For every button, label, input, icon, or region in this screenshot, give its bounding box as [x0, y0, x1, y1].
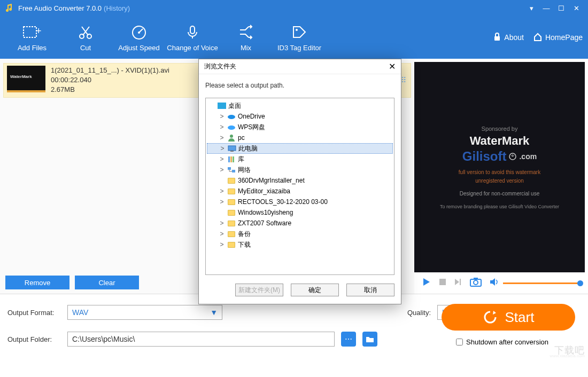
next-button[interactable]: [454, 278, 462, 288]
tree-node[interactable]: >此电脑: [207, 143, 393, 154]
maximize-button[interactable]: ☐: [554, 4, 569, 12]
svg-rect-18: [228, 146, 236, 151]
change-voice-button[interactable]: Change of Voice: [166, 23, 219, 52]
svg-point-16: [228, 125, 235, 130]
svg-rect-21: [230, 156, 232, 162]
tag-icon: [291, 23, 307, 41]
folder-tree[interactable]: 桌面>OneDrive>WPS网盘>pc>此电脑>库>网络360DrvMgrIn…: [205, 98, 394, 275]
svg-rect-23: [228, 167, 231, 170]
expand-icon[interactable]: >: [219, 198, 225, 206]
tree-node[interactable]: >下载: [207, 239, 393, 250]
expand-icon[interactable]: >: [219, 145, 226, 152]
output-format-label: Output Format:: [7, 309, 61, 317]
titlebar: Free Audio Converter 7.0.0 (History) ▾ —…: [0, 0, 588, 16]
expand-icon[interactable]: >: [219, 241, 225, 248]
tree-node[interactable]: >pc: [207, 132, 393, 143]
sponsored-label: Sponsored by: [482, 125, 518, 132]
stop-button[interactable]: [439, 278, 446, 288]
add-files-icon: +: [23, 23, 41, 41]
tree-node[interactable]: >ZXT2007 Software: [207, 218, 393, 229]
tree-node[interactable]: >RECTOOLS_30-12-2020 03-00: [207, 197, 393, 207]
folder-icon: [227, 209, 236, 216]
snapshot-button[interactable]: [470, 277, 482, 289]
expand-icon[interactable]: >: [219, 166, 225, 174]
expand-icon[interactable]: >: [219, 155, 225, 163]
svg-rect-14: [218, 103, 226, 109]
output-folder-label: Output Folder:: [7, 335, 61, 343]
tree-label: 网络: [238, 166, 251, 175]
tree-label: MyEditor_xiazaiba: [238, 187, 290, 195]
tree-node[interactable]: 桌面: [207, 100, 393, 111]
svg-rect-10: [439, 279, 446, 285]
svg-rect-24: [232, 170, 235, 172]
svg-point-7: [296, 29, 298, 31]
open-folder-button[interactable]: [362, 332, 377, 347]
tree-node[interactable]: >库: [207, 154, 393, 164]
tree-label: 备份: [238, 230, 251, 239]
history-link[interactable]: (History): [104, 4, 130, 12]
add-files-button[interactable]: + Add Files: [5, 23, 59, 52]
close-button[interactable]: ✕: [569, 4, 584, 12]
homepage-label: HomePage: [545, 33, 583, 42]
file-name: 1(2021_01_11_15_...) - XVID(1)(1).avi: [51, 66, 169, 75]
remove-branding-label: To remove branding please use Gilisoft V…: [440, 204, 559, 209]
clear-button[interactable]: Clear: [75, 276, 139, 289]
play-button[interactable]: [422, 277, 431, 289]
app-title: Free Audio Converter 7.0.0: [18, 4, 102, 12]
voice-label: Change of Voice: [167, 44, 218, 52]
minimize-button[interactable]: —: [539, 4, 554, 12]
scissors-icon: [78, 23, 94, 41]
volume-icon[interactable]: [489, 278, 499, 288]
svg-point-12: [474, 280, 478, 285]
tree-node[interactable]: 360DrvMgrInstaller_net: [207, 175, 393, 186]
expand-icon[interactable]: >: [219, 230, 225, 238]
tree-node[interactable]: >OneDrive: [207, 111, 393, 122]
ok-button[interactable]: 确定: [291, 284, 339, 296]
expand-icon[interactable]: >: [219, 219, 225, 227]
adjust-speed-button[interactable]: Adjust Speed: [112, 23, 166, 52]
svg-rect-20: [228, 156, 230, 162]
mix-button[interactable]: Mix: [219, 23, 273, 52]
add-files-label: Add Files: [18, 44, 47, 52]
remove-button[interactable]: Remove: [5, 276, 69, 289]
tree-node[interactable]: >WPS网盘: [207, 122, 393, 132]
output-folder-field[interactable]: C:\Users\pc\Music\: [67, 332, 335, 347]
lock-icon: [493, 33, 501, 43]
new-folder-button: 新建文件夹(M): [235, 284, 283, 296]
tree-label: RECTOOLS_30-12-2020 03-00: [238, 198, 328, 206]
tree-node[interactable]: >网络: [207, 164, 393, 175]
volume-slider[interactable]: [503, 282, 581, 284]
homepage-link[interactable]: HomePage: [533, 33, 583, 43]
tree-label: 桌面: [228, 101, 241, 111]
expand-icon[interactable]: >: [219, 123, 225, 131]
expand-icon[interactable]: >: [219, 134, 225, 142]
shutdown-label: Shutdown after conversion: [466, 338, 548, 346]
watermark-text: WaterMark: [470, 134, 530, 148]
cancel-button[interactable]: 取消: [346, 284, 394, 296]
dropdown-button[interactable]: ▾: [524, 4, 539, 12]
tree-label: 此电脑: [238, 144, 258, 153]
cut-button[interactable]: Cut: [59, 23, 112, 52]
cloud2-icon: [227, 123, 236, 131]
tree-node[interactable]: >备份: [207, 229, 393, 239]
mix-label: Mix: [241, 44, 251, 52]
tree-node[interactable]: Windows10yisheng: [207, 207, 393, 218]
expand-icon[interactable]: >: [219, 113, 225, 120]
shutdown-check[interactable]: [456, 339, 463, 345]
dialog-prompt: Please select a output path.: [199, 74, 401, 95]
file-thumbnail: WaterMark: [7, 66, 45, 92]
output-format-combo[interactable]: WAV▼: [67, 305, 222, 320]
id3-editor-button[interactable]: ID3 Tag Editor: [273, 23, 326, 52]
folder-icon: [227, 241, 236, 248]
tree-node[interactable]: >MyEditor_xiazaiba: [207, 186, 393, 197]
start-button[interactable]: Start: [442, 304, 575, 331]
dialog-close-button[interactable]: ✕: [389, 61, 396, 72]
about-link[interactable]: About: [493, 33, 524, 43]
expand-icon[interactable]: >: [219, 187, 225, 195]
folder-icon: [227, 177, 236, 184]
microphone-icon: [184, 23, 200, 41]
player-controls: [414, 272, 588, 294]
browse-button[interactable]: ⋯: [341, 332, 356, 347]
svg-rect-6: [190, 26, 195, 34]
shutdown-checkbox[interactable]: Shutdown after conversion: [456, 338, 548, 346]
